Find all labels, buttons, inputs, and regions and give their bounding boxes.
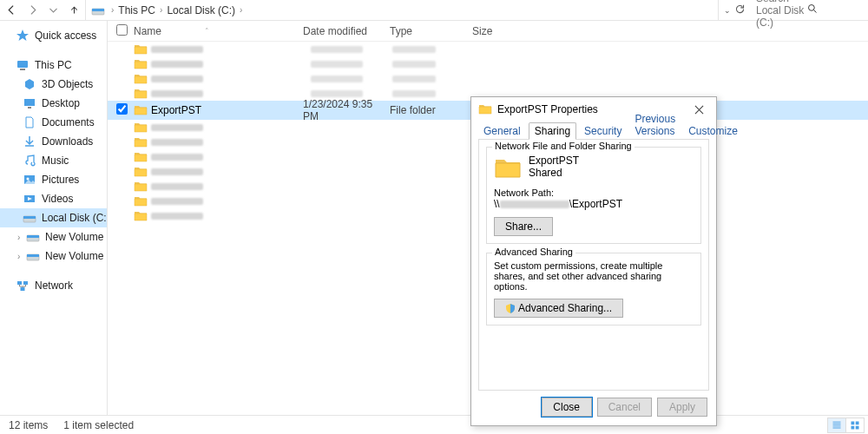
sidebar-item-3d-objects[interactable]: 3D Objects xyxy=(0,75,107,94)
advanced-sharing-group: Advanced Sharing Set custom permissions,… xyxy=(486,253,701,326)
column-header-label: Date modified xyxy=(303,25,367,37)
music-icon xyxy=(23,154,36,168)
folder-icon xyxy=(134,43,148,56)
tab-sharing[interactable]: Sharing xyxy=(529,122,576,140)
sidebar-item-desktop[interactable]: Desktop xyxy=(0,94,107,113)
column-headers: Name˄ Date modified Type Size xyxy=(108,21,868,42)
column-header-size[interactable]: Size xyxy=(472,25,868,37)
sidebar-item-label: Downloads xyxy=(42,135,93,148)
sidebar-item-videos[interactable]: Videos xyxy=(0,189,107,208)
tab-security[interactable]: Security xyxy=(579,123,627,139)
network-path-suffix: \ExportPST xyxy=(569,198,622,210)
svg-rect-11 xyxy=(23,281,28,285)
folder-icon xyxy=(134,72,148,86)
desktop-icon xyxy=(23,96,36,110)
chevron-down-icon[interactable]: ⌄ xyxy=(724,6,731,15)
tab-general[interactable]: General xyxy=(478,123,526,139)
sidebar-item-local-disk-c[interactable]: Local Disk (C:) xyxy=(0,208,107,227)
sidebar-item-label: Local Disk (C:) xyxy=(42,212,108,224)
network-sharing-group: Network File and Folder Sharing ExportPS… xyxy=(486,147,701,244)
view-large-icons-button[interactable] xyxy=(845,418,865,433)
up-button[interactable] xyxy=(64,2,83,19)
dialog-buttons: Close Cancel Apply xyxy=(471,398,716,425)
sidebar-item-downloads[interactable]: Downloads xyxy=(0,132,107,151)
network-icon xyxy=(16,279,30,293)
breadcrumb-thispc[interactable]: This PC xyxy=(116,4,157,16)
column-header-label: Type xyxy=(390,25,412,37)
sidebar-item-label: Documents xyxy=(42,116,95,128)
sidebar-item-this-pc[interactable]: This PC xyxy=(0,56,107,75)
folder-icon xyxy=(134,103,148,117)
star-icon xyxy=(16,29,30,43)
svg-rect-10 xyxy=(17,281,22,285)
dialog-cancel-button[interactable]: Cancel xyxy=(597,398,652,417)
file-name: ExportPST xyxy=(151,104,201,116)
close-button[interactable] xyxy=(688,99,709,120)
sidebar-item-label: Music xyxy=(42,155,69,167)
select-all-checkbox[interactable] xyxy=(116,24,128,36)
tab-customize[interactable]: Customize xyxy=(683,123,743,139)
button-label: Apply xyxy=(669,401,695,413)
view-details-button[interactable] xyxy=(827,418,846,433)
back-button[interactable] xyxy=(2,2,21,19)
sidebar-item-documents[interactable]: Documents xyxy=(0,113,107,132)
file-type: File folder xyxy=(390,104,472,116)
row-checkbox[interactable] xyxy=(116,103,128,115)
properties-dialog: ExportPST Properties General Sharing Sec… xyxy=(470,96,717,426)
sidebar-item-pictures[interactable]: Pictures xyxy=(0,170,107,189)
share-button[interactable]: Share... xyxy=(494,217,553,236)
chevron-right-icon[interactable]: › xyxy=(108,5,116,15)
sidebar-item-music[interactable]: Music xyxy=(0,151,107,170)
network-path-value: \\\ExportPST xyxy=(494,198,694,210)
svg-rect-5 xyxy=(24,99,35,106)
button-label: Close xyxy=(553,401,580,413)
breadcrumb[interactable]: › This PC › Local Disk (C:) › xyxy=(85,0,719,20)
forward-button[interactable] xyxy=(23,2,42,19)
advanced-sharing-button[interactable]: Advanced Sharing... xyxy=(494,299,623,318)
search-icon xyxy=(807,3,858,16)
list-item-blurred[interactable] xyxy=(108,42,868,56)
sidebar-item-network[interactable]: Network xyxy=(0,276,107,295)
sidebar-item-new-volume-f[interactable]: New Volume (F:) xyxy=(0,247,107,266)
box-icon xyxy=(23,77,36,91)
sidebar-item-label: Videos xyxy=(42,193,73,205)
column-header-date[interactable]: Date modified xyxy=(303,25,390,37)
file-date: 1/23/2024 9:35 PM xyxy=(303,98,390,122)
sidebar-item-label: This PC xyxy=(35,59,72,71)
download-icon xyxy=(23,135,36,148)
svg-rect-6 xyxy=(28,107,31,108)
svg-rect-15 xyxy=(852,425,855,429)
sidebar-item-label: Desktop xyxy=(42,97,80,109)
chevron-right-icon[interactable]: › xyxy=(157,5,165,15)
svg-point-4 xyxy=(809,5,815,11)
dialog-close-button[interactable]: Close xyxy=(542,398,592,417)
svg-rect-16 xyxy=(856,425,859,429)
breadcrumb-right: ⌄ xyxy=(719,3,751,17)
dialog-body: Network File and Folder Sharing ExportPS… xyxy=(478,139,709,391)
column-header-type[interactable]: Type xyxy=(390,25,472,37)
list-item-blurred[interactable] xyxy=(108,56,868,71)
svg-rect-14 xyxy=(856,421,859,424)
refresh-button[interactable] xyxy=(734,3,746,17)
dialog-tabs: General Sharing Security Previous Versio… xyxy=(471,122,716,139)
address-toolbar: › This PC › Local Disk (C:) › ⌄ Search L… xyxy=(0,0,868,21)
svg-rect-13 xyxy=(852,421,855,424)
sidebar-item-label: New Volume (D:) xyxy=(45,231,108,243)
breadcrumb-drive-c[interactable]: Local Disk (C:) xyxy=(165,4,237,16)
recent-dropdown[interactable] xyxy=(43,2,62,19)
folder-icon xyxy=(134,180,148,194)
search-input[interactable]: Search Local Disk (C:) xyxy=(751,2,864,19)
list-item-blurred[interactable] xyxy=(108,71,868,86)
group-title: Network File and Folder Sharing xyxy=(492,141,635,151)
tab-previous-versions[interactable]: Previous Versions xyxy=(629,111,681,139)
sidebar-item-label: 3D Objects xyxy=(42,78,93,90)
folder-icon xyxy=(134,150,148,164)
chevron-right-icon[interactable]: › xyxy=(237,5,245,15)
dialog-apply-button[interactable]: Apply xyxy=(657,398,707,417)
folder-icon xyxy=(134,209,148,223)
sidebar-item-new-volume-d[interactable]: New Volume (D:) xyxy=(0,227,107,247)
folder-icon xyxy=(134,121,148,135)
sidebar-item-quick-access[interactable]: Quick access xyxy=(0,26,107,45)
column-header-name[interactable]: Name˄ xyxy=(134,25,303,37)
button-label: Cancel xyxy=(608,401,641,413)
